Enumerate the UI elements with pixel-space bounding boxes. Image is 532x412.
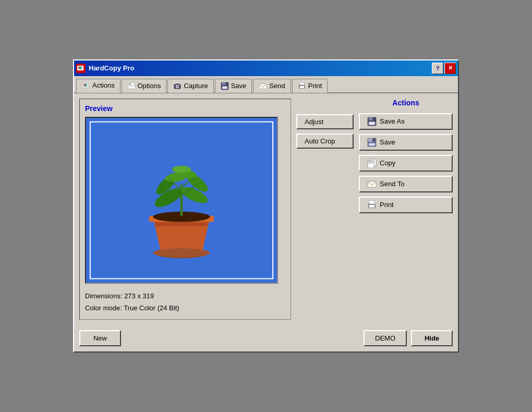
save-as-icon [367,117,377,126]
tab-save[interactable]: Save [215,79,252,93]
copy-button[interactable]: Copy [359,155,453,172]
dimensions-text: Dimensions: 273 x 319 [85,290,285,302]
middle-buttons: Adjust Auto Crop [296,99,354,320]
svg-rect-27 [304,85,305,86]
new-button[interactable]: New [79,330,121,346]
preview-title: Preview [85,104,285,113]
svg-rect-12 [128,87,132,87]
save-label: Save [380,138,395,146]
send-to-button[interactable]: Send To [359,176,453,192]
svg-point-41 [172,165,191,173]
footer: New DEMO Hide [74,325,458,352]
actions-panel: Actions Save As [359,99,453,320]
svg-rect-10 [129,83,131,84]
tab-options[interactable]: Options [122,79,167,93]
svg-rect-53 [372,138,374,141]
title-bar: HardCopy Pro ? ✕ [74,60,458,76]
color-mode-text: Color mode: True Color (24 Bit) [85,302,285,314]
svg-rect-50 [369,122,374,125]
svg-rect-64 [369,201,374,204]
copy-icon [367,159,377,168]
svg-rect-55 [369,143,374,146]
svg-rect-58 [368,161,373,162]
tab-capture-label: Capture [184,82,208,90]
send-to-icon [367,179,377,189]
tab-bar: Actions Options [74,76,458,93]
main-panel: Preview [79,99,453,320]
svg-rect-57 [368,161,374,168]
tab-print-label: Print [308,82,322,90]
main-window: HardCopy Pro ? ✕ Actions [73,59,459,353]
svg-point-16 [177,86,178,87]
svg-rect-59 [368,162,373,163]
save-as-button[interactable]: Save As [359,113,453,130]
close-button[interactable]: ✕ [444,63,456,74]
help-button[interactable]: ? [432,63,443,74]
autocrop-button[interactable]: Auto Crop [296,134,354,149]
svg-rect-48 [372,117,373,120]
print-button[interactable]: Print [359,197,453,213]
autocrop-label: Auto Crop [305,137,335,145]
actions-tab-icon [82,81,90,90]
options-tab-icon [127,82,136,90]
tab-actions[interactable]: Actions [76,79,120,93]
title-bar-buttons: ? ✕ [432,63,456,74]
preview-image [85,117,278,284]
preview-panel: Preview [79,99,291,320]
window-title: HardCopy Pro [89,64,429,72]
print-tab-icon [298,82,306,90]
tab-actions-label: Actions [92,81,115,89]
svg-rect-60 [368,163,372,164]
tab-send[interactable]: Send [253,79,291,93]
svg-rect-63 [369,205,374,208]
svg-rect-22 [223,87,227,89]
capture-tab-icon [173,82,182,90]
svg-rect-20 [225,82,226,84]
svg-rect-65 [374,204,375,204]
hide-button[interactable]: Hide [411,330,453,346]
tab-capture[interactable]: Capture [167,79,213,93]
svg-rect-3 [78,67,80,69]
preview-info: Dimensions: 273 x 319 Color mode: True C… [85,290,285,314]
app-icon [76,64,86,73]
svg-rect-11 [128,86,135,86]
print-label: Print [380,201,394,209]
tab-print[interactable]: Print [292,79,328,93]
tab-options-label: Options [138,82,161,90]
send-tab-icon [259,82,267,90]
content-area: Preview [74,93,458,325]
svg-rect-7 [83,84,85,86]
svg-point-32 [153,248,210,258]
save-tab-icon [221,82,229,90]
svg-rect-17 [176,83,179,84]
adjust-label: Adjust [305,118,323,126]
send-to-label: Send To [380,180,404,188]
adjust-button[interactable]: Adjust [296,114,354,129]
tab-save-label: Save [231,82,247,90]
svg-rect-26 [300,82,304,85]
save-as-label: Save As [380,117,405,125]
actions-title: Actions [359,99,453,107]
save-icon [367,138,377,147]
print-icon [367,200,377,210]
svg-rect-25 [300,86,304,88]
save-button[interactable]: Save [359,134,453,151]
demo-button[interactable]: DEMO [364,330,407,346]
copy-label: Copy [380,159,395,167]
tab-send-label: Send [269,82,285,90]
